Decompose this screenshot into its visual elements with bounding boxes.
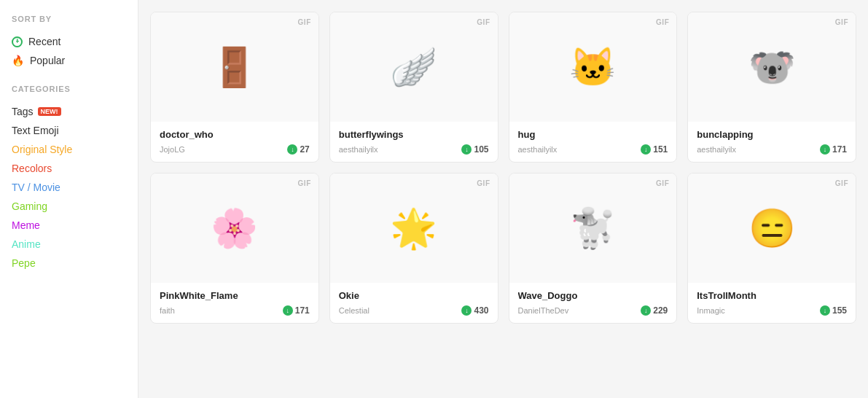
card-info-PinkWhite_Flame: PinkWhite_Flame faith ↓ 171 [151,283,318,323]
card-icon-Wave_Doggo: 🐩 [569,206,617,251]
card-info-Wave_Doggo: Wave_Doggo DanielTheDev ↓ 229 [509,283,677,323]
card-grid: GIF 🚪 doctor_who JojoLG ↓ 27 GIF 🪽 butte… [150,12,856,324]
sort-recent[interactable]: Recent [12,32,126,51]
card-footer-doctor_who: JojoLG ↓ 27 [160,144,310,155]
card-image-butterflywings: GIF 🪽 [330,12,498,122]
download-icon-hug: ↓ [641,144,651,155]
card-image-Okie: GIF 🌟 [330,173,498,283]
card-image-doctor_who: GIF 🚪 [151,12,318,122]
sidebar-item-gaming[interactable]: Gaming [12,197,126,216]
card-PinkWhite_Flame[interactable]: GIF 🌸 PinkWhite_Flame faith ↓ 171 [150,173,319,324]
download-icon-bunclapping: ↓ [820,144,830,155]
card-downloads-bunclapping: ↓ 171 [820,144,847,155]
card-Okie[interactable]: GIF 🌟 Okie Celestial ↓ 430 [329,173,498,324]
clock-icon [12,36,23,47]
card-icon-Okie: 🌟 [390,206,437,251]
card-downloads-PinkWhite_Flame: ↓ 171 [283,305,310,316]
card-doctor_who[interactable]: GIF 🚪 doctor_who JojoLG ↓ 27 [150,12,319,163]
sort-by-label: SORT BY [12,15,126,23]
card-icon-ItsTrollMonth: 😑 [748,206,796,251]
card-footer-hug: aesthailyilx ↓ 151 [518,144,668,155]
gif-badge: GIF [835,179,848,187]
card-downloads-Okie: ↓ 430 [461,305,488,316]
card-author-doctor_who: JojoLG [160,145,185,154]
sidebar-item-meme[interactable]: Meme [12,216,126,235]
card-footer-PinkWhite_Flame: faith ↓ 171 [160,305,310,316]
card-author-ItsTrollMonth: Inmagic [697,306,725,315]
sidebar-item-recolors[interactable]: Recolors [12,159,126,178]
card-title-PinkWhite_Flame: PinkWhite_Flame [160,290,310,301]
card-author-Wave_Doggo: DanielTheDev [518,306,569,315]
card-Wave_Doggo[interactable]: GIF 🐩 Wave_Doggo DanielTheDev ↓ 229 [509,173,678,324]
card-downloads-butterflywings: ↓ 105 [461,144,488,155]
gif-badge: GIF [477,179,490,187]
card-hug[interactable]: GIF 🐱 hug aesthailyilx ↓ 151 [509,12,678,163]
card-title-hug: hug [518,129,668,140]
sidebar-item-tv-movie[interactable]: TV / Movie [12,178,126,197]
card-image-PinkWhite_Flame: GIF 🌸 [151,173,318,283]
text-emoji-label: Text Emoji [12,125,59,136]
card-icon-hug: 🐱 [569,45,617,90]
gif-badge: GIF [656,18,669,26]
sort-recent-label: Recent [28,36,60,47]
card-info-ItsTrollMonth: ItsTrollMonth Inmagic ↓ 155 [688,283,856,323]
download-icon-ItsTrollMonth: ↓ [820,305,830,316]
card-bunclapping[interactable]: GIF 🐨 bunclapping aesthailyilx ↓ 171 [687,12,856,163]
card-title-butterflywings: butterflywings [339,129,489,140]
gif-badge: GIF [298,179,311,187]
card-footer-ItsTrollMonth: Inmagic ↓ 155 [697,305,847,316]
pepe-label: Pepe [12,257,36,269]
tv-movie-label: TV / Movie [12,182,60,193]
sidebar-item-tags[interactable]: Tags New! [12,102,126,121]
sidebar-item-anime[interactable]: Anime [12,235,126,254]
fire-icon: 🔥 [12,55,24,66]
card-ItsTrollMonth[interactable]: GIF 😑 ItsTrollMonth Inmagic ↓ 155 [687,173,856,324]
card-footer-bunclapping: aesthailyilx ↓ 171 [697,144,847,155]
card-icon-PinkWhite_Flame: 🌸 [211,206,258,251]
sort-popular[interactable]: 🔥 Popular [12,51,126,70]
gaming-label: Gaming [12,200,47,212]
sidebar: SORT BY Recent 🔥 Popular CATEGORIES Tags… [0,0,138,398]
sidebar-item-pepe[interactable]: Pepe [12,254,126,273]
card-title-Wave_Doggo: Wave_Doggo [518,290,668,301]
card-image-bunclapping: GIF 🐨 [688,12,856,122]
card-icon-butterflywings: 🪽 [390,45,437,90]
gif-badge: GIF [298,18,311,26]
card-info-bunclapping: bunclapping aesthailyilx ↓ 171 [688,122,856,162]
card-title-Okie: Okie [339,290,489,301]
card-info-Okie: Okie Celestial ↓ 430 [330,283,498,323]
card-butterflywings[interactable]: GIF 🪽 butterflywings aesthailyilx ↓ 105 [329,12,498,163]
download-icon-butterflywings: ↓ [461,144,472,155]
card-downloads-hug: ↓ 151 [641,144,668,155]
card-info-hug: hug aesthailyilx ↓ 151 [509,122,677,162]
card-author-butterflywings: aesthailyilx [339,145,378,154]
card-title-bunclapping: bunclapping [697,129,847,140]
sort-popular-label: Popular [30,55,65,66]
sidebar-item-text-emoji[interactable]: Text Emoji [12,121,126,140]
card-downloads-doctor_who: ↓ 27 [287,144,309,155]
download-icon-doctor_who: ↓ [287,144,297,155]
card-icon-doctor_who: 🚪 [211,45,258,90]
anime-label: Anime [12,238,41,250]
card-author-hug: aesthailyilx [518,145,558,154]
sidebar-item-original-style[interactable]: Original Style [12,140,126,159]
card-info-doctor_who: doctor_who JojoLG ↓ 27 [151,122,318,162]
gif-badge: GIF [835,18,848,26]
download-icon-Wave_Doggo: ↓ [641,305,651,316]
card-image-hug: GIF 🐱 [509,12,677,122]
new-badge: New! [38,107,61,116]
categories-label: CATEGORIES [12,85,126,93]
main-content: GIF 🚪 doctor_who JojoLG ↓ 27 GIF 🪽 butte… [138,0,868,398]
gif-badge: GIF [656,179,669,187]
card-footer-Okie: Celestial ↓ 430 [339,305,489,316]
card-info-butterflywings: butterflywings aesthailyilx ↓ 105 [330,122,498,162]
card-footer-butterflywings: aesthailyilx ↓ 105 [339,144,489,155]
download-icon-PinkWhite_Flame: ↓ [283,305,293,316]
card-author-PinkWhite_Flame: faith [160,306,175,315]
card-image-Wave_Doggo: GIF 🐩 [509,173,677,283]
card-downloads-Wave_Doggo: ↓ 229 [641,305,668,316]
card-image-ItsTrollMonth: GIF 😑 [688,173,856,283]
card-footer-Wave_Doggo: DanielTheDev ↓ 229 [518,305,668,316]
card-title-ItsTrollMonth: ItsTrollMonth [697,290,847,301]
meme-label: Meme [12,219,40,231]
